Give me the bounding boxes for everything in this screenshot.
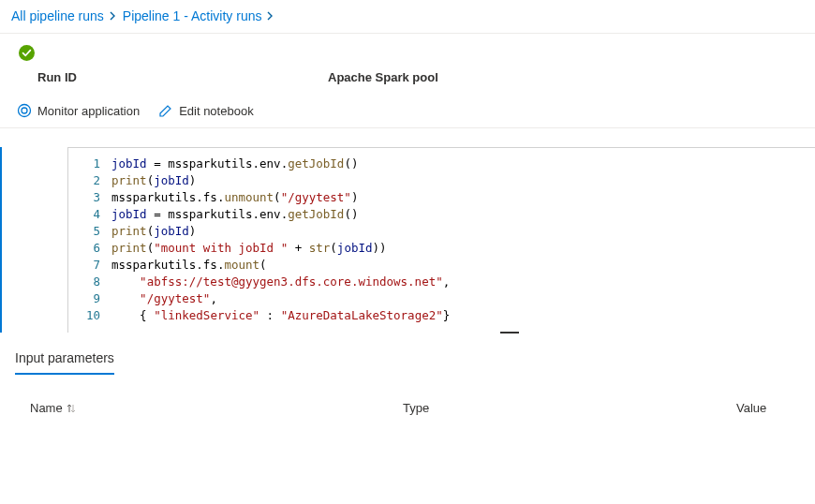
column-header-type[interactable]: Type [403,401,736,415]
column-header-name[interactable]: Name [30,401,403,415]
breadcrumb-pipeline-activity-runs[interactable]: Pipeline 1 - Activity runs [123,8,262,23]
run-info-labels: Run ID Apache Spark pool [0,65,815,97]
monitor-application-button[interactable]: Monitor application [17,103,140,118]
detail-tabs: Input parameters [0,334,815,375]
breadcrumb: All pipeline runs Pipeline 1 - Activity … [0,0,815,34]
chevron-right-icon [110,8,117,23]
run-header [0,34,815,65]
code-content[interactable]: jobId = mssparkutils.env.getJobId() prin… [108,148,815,333]
edit-notebook-button[interactable]: Edit notebook [158,103,254,118]
notebook-cell: 1 2 3 4 5 6 7 8 9 10 jobId = mssparkutil… [0,147,815,333]
action-bar: Monitor application Edit notebook [0,97,815,128]
code-editor[interactable]: 1 2 3 4 5 6 7 8 9 10 jobId = mssparkutil… [67,147,815,333]
success-status-icon [19,45,37,61]
tab-input-parameters[interactable]: Input parameters [15,350,114,375]
monitor-app-icon [17,103,32,118]
edit-notebook-label: Edit notebook [179,104,254,118]
spark-pool-label: Apache Spark pool [328,70,815,84]
monitor-application-label: Monitor application [37,104,140,118]
svg-point-1 [19,105,31,117]
edit-icon [158,103,173,118]
svg-point-0 [19,45,35,61]
sort-icon [67,403,76,414]
breadcrumb-all-pipeline-runs[interactable]: All pipeline runs [11,8,104,23]
run-id-label: Run ID [37,70,328,84]
line-gutter: 1 2 3 4 5 6 7 8 9 10 [68,148,108,333]
parameters-table-header: Name Type Value [0,375,815,424]
column-header-value[interactable]: Value [736,401,785,415]
svg-point-2 [22,108,27,113]
chevron-right-icon [267,8,274,23]
